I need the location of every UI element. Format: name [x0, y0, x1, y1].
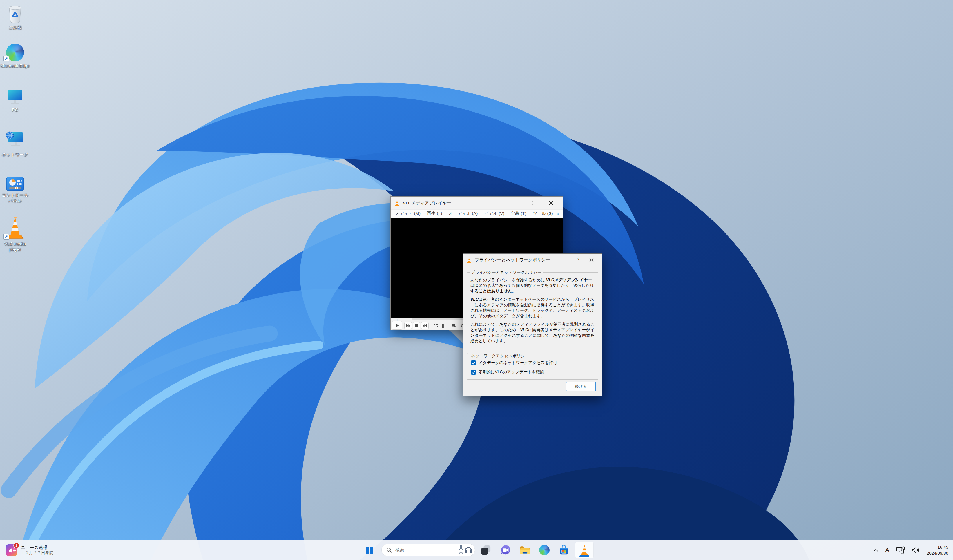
- ime-indicator[interactable]: A: [885, 547, 889, 553]
- privacy-policy-dialog: プライバシーとネットワークポリシー ? プライバシーとネットワークポリシー あな…: [463, 253, 602, 396]
- tray-overflow-chevron-icon[interactable]: [873, 548, 878, 552]
- menu-tools[interactable]: ツール (S): [529, 211, 556, 216]
- privacy-groupbox: プライバシーとネットワークポリシー あなたのプライバシーを保護するために VLC…: [467, 272, 598, 354]
- checkbox-checked-icon[interactable]: [471, 370, 476, 375]
- shortcut-arrow-icon: [3, 56, 9, 62]
- privacy-paragraph-1: あなたのプライバシーを保護するために VLCメディアプレイヤーは匿名の形式であっ…: [470, 277, 595, 294]
- help-button[interactable]: ?: [571, 257, 585, 263]
- next-icon: [423, 324, 427, 327]
- start-button[interactable]: [363, 542, 376, 558]
- recycle-bin-icon: [0, 5, 30, 23]
- pc-icon: [0, 87, 30, 105]
- checkbox-checked-icon[interactable]: [471, 360, 476, 365]
- check-updates-checkbox-row[interactable]: 定期的にVLCのアップデートを確認: [471, 369, 544, 375]
- task-view-button[interactable]: [479, 542, 493, 558]
- search-highlight-image[interactable]: [456, 544, 472, 556]
- edge-button[interactable]: [537, 542, 551, 558]
- widget-headline: ニュース速報: [21, 544, 56, 550]
- microsoft-store-icon: [558, 544, 569, 555]
- menu-subtitle[interactable]: 字幕 (T): [508, 211, 529, 216]
- edge-icon: [0, 42, 30, 62]
- maximize-icon: [532, 201, 536, 205]
- desktop-icon-label: コントロール パネル: [0, 192, 30, 203]
- chat-icon: [500, 544, 511, 555]
- taskbar: 1 ニュース速報 １０月２７日衆院.. 検索: [0, 540, 953, 560]
- menu-media[interactable]: メディア (M): [392, 211, 424, 216]
- desktop-icon-pc[interactable]: PC: [0, 87, 30, 113]
- dialog-close-button[interactable]: [585, 258, 598, 262]
- network-groupbox-title: ネットワークアクセスポリシー: [470, 354, 531, 359]
- desktop-icon-network[interactable]: ネットワーク: [0, 130, 30, 157]
- checkbox-label: 定期的にVLCのアップデートを確認: [478, 369, 544, 375]
- fullscreen-button[interactable]: [432, 322, 439, 329]
- menu-video[interactable]: ビデオ (V): [481, 211, 508, 216]
- stop-icon: [415, 324, 418, 327]
- file-explorer-icon: [519, 544, 531, 556]
- desktop-icon-label: VLC media player: [0, 241, 30, 252]
- desktop-icon-control-panel[interactable]: コントロール パネル: [0, 176, 30, 203]
- desktop-icon-label: ごみ箱: [0, 25, 30, 30]
- playlist-icon: [452, 324, 456, 327]
- play-icon: [395, 323, 399, 327]
- previous-icon: [406, 324, 410, 327]
- clock-date: 2024/09/30: [927, 550, 948, 556]
- dialog-titlebar[interactable]: プライバシーとネットワークポリシー ?: [463, 254, 602, 266]
- vlc-cone-icon: [579, 544, 590, 556]
- playlist-button[interactable]: [450, 322, 458, 329]
- volume-icon[interactable]: [912, 547, 920, 553]
- checkbox-label: メタデータのネットワークアクセスを許可: [478, 360, 557, 365]
- desktop-icon-edge[interactable]: Microsoft Edge: [0, 42, 30, 68]
- windows-logo-icon: [366, 547, 373, 554]
- vlc-taskbar-button-active[interactable]: [575, 542, 594, 558]
- desktop-icon-vlc[interactable]: VLC media player: [0, 216, 30, 252]
- stop-button[interactable]: [413, 322, 420, 329]
- vlc-cone-icon: [466, 257, 472, 263]
- taskbar-search-box[interactable]: 検索: [381, 544, 475, 556]
- continue-button[interactable]: 続ける: [565, 382, 596, 391]
- microsoft-store-button[interactable]: [557, 542, 571, 558]
- vlc-menubar: メディア (M) 再生 (L) オーディオ (A) ビデオ (V) 字幕 (T)…: [391, 209, 563, 217]
- chat-button[interactable]: [498, 542, 512, 558]
- next-button[interactable]: [421, 322, 428, 329]
- privacy-groupbox-title: プライバシーとネットワークポリシー: [470, 270, 543, 275]
- minimize-button[interactable]: [509, 197, 526, 209]
- desktop-icon-label: Microsoft Edge: [0, 63, 30, 68]
- desktop-icon-recycle-bin[interactable]: ごみ箱: [0, 5, 30, 30]
- allow-metadata-checkbox-row[interactable]: メタデータのネットワークアクセスを許可: [471, 360, 557, 365]
- clock[interactable]: 16:45 2024/09/30: [927, 544, 948, 556]
- extended-settings-button[interactable]: [440, 322, 447, 329]
- menu-overflow-chevron[interactable]: »: [557, 211, 562, 216]
- window-title: VLCメディアプレイヤー: [403, 200, 451, 206]
- vlc-cone-icon: [394, 200, 400, 206]
- search-icon: [386, 547, 392, 553]
- menu-audio[interactable]: オーディオ (A): [445, 211, 481, 216]
- close-icon: [549, 201, 553, 205]
- equalizer-icon: [442, 324, 446, 328]
- play-button[interactable]: [392, 321, 402, 330]
- vlc-cone-icon: [0, 216, 30, 240]
- edge-icon: [539, 545, 549, 555]
- dialog-title: プライバシーとネットワークポリシー: [475, 257, 550, 263]
- maximize-button[interactable]: [526, 197, 543, 209]
- search-placeholder: 検索: [395, 547, 404, 553]
- widgets-icon: 1: [6, 544, 17, 556]
- active-app-indicator: [579, 555, 589, 557]
- desktop-icon-label: PC: [0, 107, 30, 113]
- previous-button[interactable]: [404, 322, 412, 329]
- widget-subheadline: １０月２７日衆院..: [21, 550, 56, 555]
- privacy-paragraph-3: これによって、あなたのメディアファイルが第三者に識別されることがあります。このた…: [470, 322, 595, 344]
- network-policy-groupbox: ネットワークアクセスポリシー メタデータのネットワークアクセスを許可 定期的にV…: [467, 356, 598, 380]
- minimize-icon: [516, 203, 519, 203]
- network-status-icon[interactable]: [896, 546, 905, 554]
- file-explorer-button[interactable]: [518, 542, 532, 558]
- close-icon: [589, 258, 594, 262]
- menu-playback[interactable]: 再生 (L): [424, 211, 445, 216]
- close-button[interactable]: [543, 197, 559, 209]
- network-icon: [0, 130, 30, 150]
- vlc-titlebar[interactable]: VLCメディアプレイヤー: [391, 197, 563, 209]
- fullscreen-icon: [434, 324, 438, 327]
- desktop-icon-label: ネットワーク: [0, 152, 30, 157]
- widgets-button[interactable]: 1 ニュース速報 １０月２７日衆院..: [3, 542, 59, 558]
- system-tray: A 16:45 2024/09/30: [873, 540, 953, 560]
- clock-time: 16:45: [927, 544, 948, 550]
